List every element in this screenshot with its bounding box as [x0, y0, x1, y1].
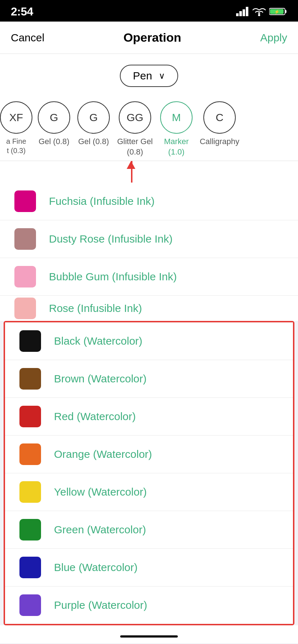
pen-circle-gg: GG — [119, 101, 151, 134]
pen-circle-gel2: G — [77, 101, 110, 134]
list-item[interactable]: Purple (Watercolor) — [5, 586, 293, 624]
watercolor-section: Black (Watercolor) Brown (Watercolor) Re… — [4, 321, 294, 625]
color-name-yellow: Yellow (Watercolor) — [54, 486, 147, 498]
color-swatch-fuchsia — [14, 190, 36, 212]
pen-circle-xf: XF — [0, 101, 32, 134]
list-item[interactable]: Dusty Rose (Infusible Ink) — [0, 220, 298, 258]
color-name-black: Black (Watercolor) — [54, 335, 143, 347]
list-item[interactable]: Bubble Gum (Infusible Ink) — [0, 258, 298, 296]
wifi-icon — [253, 6, 266, 17]
color-name-rose: Rose (Infusible Ink) — [49, 302, 142, 314]
status-time: 2:54 — [11, 5, 33, 18]
color-swatch-rose — [14, 298, 36, 319]
pen-type-item-calligraphy[interactable]: C Calligraphy — [198, 101, 241, 147]
color-name-green: Green (Watercolor) — [54, 524, 146, 536]
color-swatch-dustyrose — [14, 228, 36, 250]
pen-label-gel2: Gel (0.8) — [78, 137, 109, 147]
signal-icon — [236, 7, 249, 16]
chevron-down-icon: ∨ — [159, 71, 165, 81]
pen-type-item-gel2[interactable]: G Gel (0.8) — [76, 101, 112, 147]
color-swatch-black — [19, 330, 41, 352]
nav-bar: Cancel Operation Apply — [0, 22, 298, 54]
status-icons: ⚡ — [236, 6, 287, 17]
pen-type-item-gel1[interactable]: G Gel (0.8) — [36, 101, 72, 147]
list-item[interactable]: Red (Watercolor) — [5, 398, 293, 436]
list-item[interactable]: Black (Watercolor) — [5, 322, 293, 360]
pen-circle-calligraphy: C — [203, 101, 236, 134]
pen-types-row: XF a Finet (0.3) G Gel (0.8) G Gel (0.8)… — [0, 94, 298, 161]
list-item[interactable]: Rose (Infusible Ink) — [0, 296, 298, 321]
svg-rect-3 — [246, 7, 248, 16]
pen-label-xf: a Finet (0.3) — [6, 137, 26, 155]
svg-rect-6 — [285, 10, 286, 13]
svg-rect-2 — [243, 9, 245, 16]
color-swatch-blue — [19, 557, 41, 578]
color-name-dustyrose: Dusty Rose (Infusible Ink) — [49, 233, 172, 245]
color-swatch-orange — [19, 443, 41, 465]
cancel-button[interactable]: Cancel — [11, 32, 44, 44]
list-item[interactable]: Orange (Watercolor) — [5, 436, 293, 473]
status-bar: 2:54 ⚡ — [0, 0, 298, 22]
apply-button[interactable]: Apply — [260, 32, 287, 44]
color-name-brown: Brown (Watercolor) — [54, 373, 146, 385]
pen-label-calligraphy: Calligraphy — [200, 137, 239, 147]
pen-selector-wrap: Pen ∨ — [0, 54, 298, 94]
arrow-head-icon — [127, 161, 135, 169]
home-bar — [120, 635, 178, 638]
top-color-list: Fuchsia (Infusible Ink) Dusty Rose (Infu… — [0, 183, 298, 321]
color-name-orange: Orange (Watercolor) — [54, 448, 152, 460]
battery-icon: ⚡ — [269, 7, 287, 16]
pen-circle-marker: M — [160, 101, 193, 134]
color-swatch-yellow — [19, 481, 41, 503]
pen-label-gel1: Gel (0.8) — [39, 137, 69, 147]
color-name-blue: Blue (Watercolor) — [54, 561, 137, 574]
color-name-fuchsia: Fuchsia (Infusible Ink) — [49, 195, 154, 207]
page-title: Operation — [123, 31, 181, 45]
color-swatch-green — [19, 519, 41, 540]
svg-rect-0 — [236, 13, 239, 16]
color-swatch-purple — [19, 594, 41, 616]
color-name-red: Red (Watercolor) — [54, 410, 136, 423]
pen-type-label: Pen — [133, 70, 152, 82]
pen-type-item-xf[interactable]: XF a Finet (0.3) — [0, 101, 32, 155]
pen-label-marker: Marker(1.0) — [164, 137, 189, 157]
pen-label-gg: Glitter Gel(0.8) — [117, 137, 153, 157]
svg-rect-1 — [239, 11, 242, 16]
pen-type-dropdown[interactable]: Pen ∨ — [120, 65, 178, 87]
svg-text:⚡: ⚡ — [274, 9, 280, 14]
color-name-bubblegum: Bubble Gum (Infusible Ink) — [49, 271, 177, 283]
color-swatch-bubblegum — [14, 266, 36, 288]
list-item[interactable]: Blue (Watercolor) — [5, 549, 293, 586]
pen-circle-gel1: G — [38, 101, 70, 134]
list-item[interactable]: Yellow (Watercolor) — [5, 473, 293, 511]
home-indicator — [0, 625, 298, 643]
pen-type-item-gg[interactable]: GG Glitter Gel(0.8) — [115, 101, 155, 157]
list-item[interactable]: Fuchsia (Infusible Ink) — [0, 183, 298, 220]
color-swatch-red — [19, 406, 41, 427]
list-item[interactable]: Brown (Watercolor) — [5, 360, 293, 398]
list-item[interactable]: Green (Watercolor) — [5, 511, 293, 549]
svg-point-4 — [258, 14, 260, 16]
pen-type-item-marker[interactable]: M Marker(1.0) — [158, 101, 194, 157]
color-name-purple: Purple (Watercolor) — [54, 599, 147, 611]
color-swatch-brown — [19, 368, 41, 390]
watercolor-color-list: Black (Watercolor) Brown (Watercolor) Re… — [5, 322, 293, 624]
